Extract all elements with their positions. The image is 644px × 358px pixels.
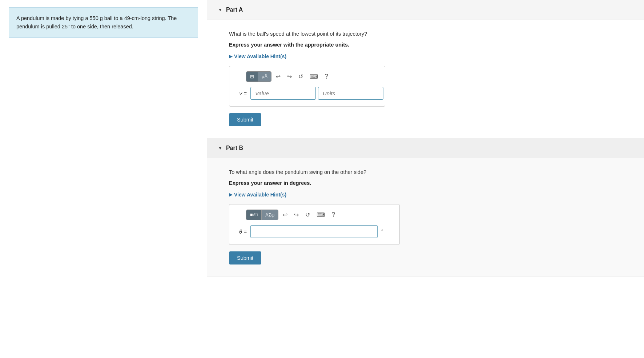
part-b-chevron-icon: ▼ bbox=[218, 146, 222, 151]
part-b-redo-icon: ↪ bbox=[294, 212, 299, 218]
part-b-input-row: θ = ° bbox=[235, 225, 394, 238]
keyboard-icon: ⌨ bbox=[310, 73, 318, 80]
part-a-submit-button[interactable]: Submit bbox=[229, 113, 261, 126]
symbol-icon: μÅ bbox=[262, 74, 267, 79]
part-a-value-input[interactable] bbox=[250, 87, 316, 100]
right-panel: ▼ Part A What is the ball's speed at the… bbox=[207, 0, 644, 358]
part-a-template-btn[interactable]: ⊞ bbox=[246, 72, 258, 81]
part-a-keyboard-btn[interactable]: ⌨ bbox=[307, 72, 320, 81]
redo-icon: ↪ bbox=[287, 73, 292, 80]
reset-icon: ↺ bbox=[298, 73, 303, 80]
part-b-question: To what angle does the pendulum swing on… bbox=[229, 168, 622, 176]
template-icon: ⊞ bbox=[250, 74, 254, 79]
part-a-input-row: v = bbox=[235, 87, 379, 100]
part-b-btn-group: ■√□ ΑΣφ bbox=[246, 210, 278, 220]
part-a-hint-label: View Available Hint(s) bbox=[234, 53, 286, 59]
part-a-units-input[interactable] bbox=[318, 87, 383, 100]
part-a-question: What is the ball's speed at the lowest p… bbox=[229, 30, 622, 38]
part-b-section: ▼ Part B To what angle does the pendulum… bbox=[207, 138, 644, 277]
part-b-instruction: Express your answer in degrees. bbox=[229, 180, 622, 186]
part-b-symbol-btn[interactable]: ΑΣφ bbox=[262, 210, 278, 220]
part-b-undo-btn[interactable]: ↩ bbox=[281, 210, 290, 220]
part-b-symbol-icon: ΑΣφ bbox=[265, 212, 274, 218]
part-a-toolbar: ⊞ μÅ ↩ ↪ ↺ bbox=[235, 71, 379, 82]
undo-icon: ↩ bbox=[276, 73, 281, 80]
part-b-toolbar: ■√□ ΑΣφ ↩ ↪ ↺ bbox=[235, 210, 394, 220]
part-a-symbol-btn[interactable]: μÅ bbox=[258, 72, 271, 81]
part-b-redo-btn[interactable]: ↪ bbox=[292, 210, 301, 220]
part-b-help-btn[interactable]: ? bbox=[329, 210, 337, 220]
part-a-instruction: Express your answer with the appropriate… bbox=[229, 42, 622, 48]
part-b-angle-input[interactable] bbox=[250, 225, 378, 238]
part-a-btn-group: ⊞ μÅ bbox=[246, 71, 271, 82]
part-a-chevron-icon: ▼ bbox=[218, 7, 222, 12]
part-b-hint-arrow-icon: ▶ bbox=[229, 192, 232, 197]
part-b-template-icon: ■√□ bbox=[250, 212, 258, 217]
part-a-section: ▼ Part A What is the ball's speed at the… bbox=[207, 0, 644, 138]
part-b-reset-icon: ↺ bbox=[305, 212, 310, 218]
degree-symbol: ° bbox=[381, 228, 383, 234]
part-a-reset-btn[interactable]: ↺ bbox=[296, 72, 305, 81]
part-a-input-label: v = bbox=[235, 90, 247, 96]
part-a-header[interactable]: ▼ Part A bbox=[207, 0, 644, 20]
part-a-undo-btn[interactable]: ↩ bbox=[274, 72, 283, 81]
help-icon: ? bbox=[325, 73, 328, 80]
part-b-header[interactable]: ▼ Part B bbox=[207, 138, 644, 158]
part-b-undo-icon: ↩ bbox=[283, 212, 287, 218]
part-b-reset-btn[interactable]: ↺ bbox=[303, 210, 312, 220]
part-b-input-label: θ = bbox=[235, 228, 247, 235]
part-a-answer-box: ⊞ μÅ ↩ ↪ ↺ bbox=[229, 66, 385, 107]
part-a-help-btn[interactable]: ? bbox=[322, 71, 330, 82]
part-b-submit-button[interactable]: Submit bbox=[229, 251, 261, 264]
part-b-title: Part B bbox=[226, 145, 243, 151]
part-b-template-btn[interactable]: ■√□ bbox=[246, 210, 262, 220]
part-a-redo-btn[interactable]: ↪ bbox=[285, 72, 294, 81]
part-b-keyboard-btn[interactable]: ⌨ bbox=[314, 210, 327, 220]
problem-text: A pendulum is made by tying a 550 g ball… bbox=[16, 15, 177, 29]
part-b-answer-box: ■√□ ΑΣφ ↩ ↪ ↺ bbox=[229, 204, 400, 245]
left-panel: A pendulum is made by tying a 550 g ball… bbox=[0, 0, 207, 358]
part-a-body: What is the ball's speed at the lowest p… bbox=[207, 20, 644, 138]
part-b-help-icon: ? bbox=[331, 211, 335, 218]
part-a-title: Part A bbox=[226, 7, 243, 13]
problem-box: A pendulum is made by tying a 550 g ball… bbox=[9, 7, 198, 38]
hint-arrow-icon: ▶ bbox=[229, 54, 232, 59]
part-b-body: To what angle does the pendulum swing on… bbox=[207, 158, 644, 276]
part-b-hint-label: View Available Hint(s) bbox=[234, 192, 286, 198]
part-b-hint-link[interactable]: ▶ View Available Hint(s) bbox=[229, 192, 286, 198]
part-b-keyboard-icon: ⌨ bbox=[317, 212, 325, 218]
part-a-hint-link[interactable]: ▶ View Available Hint(s) bbox=[229, 53, 286, 59]
